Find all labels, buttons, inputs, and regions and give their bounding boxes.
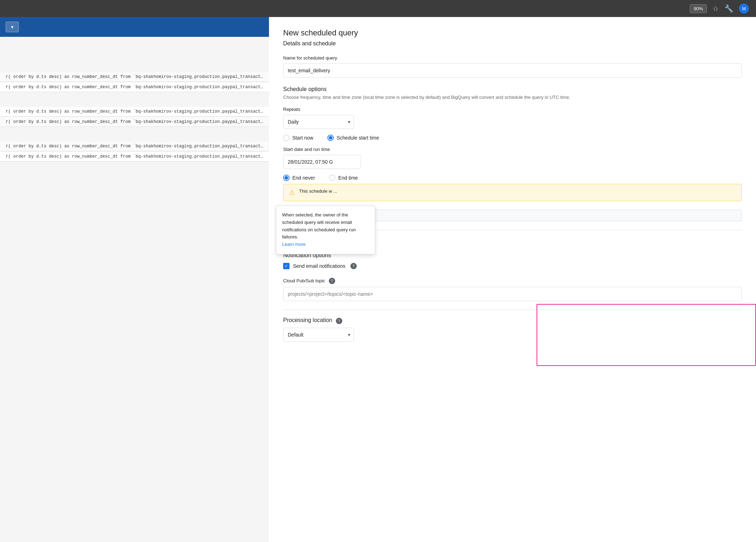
name-section: Name for scheduled query: [283, 55, 742, 78]
pubsub-label: Cloud Pub/Sub topic: [283, 278, 325, 283]
radio-schedule-start[interactable]: Schedule start time: [327, 135, 379, 141]
help-icon-pubsub[interactable]: ?: [329, 278, 335, 284]
radio-start-now-label: Start now: [292, 135, 313, 141]
start-date-input[interactable]: [283, 155, 361, 169]
radio-end-never[interactable]: End never: [283, 175, 315, 181]
processing-location-title: Processing location: [283, 317, 332, 323]
tooltip-text: When selected, the owner of the schedule…: [282, 212, 356, 239]
repeats-label: Repeats: [283, 107, 742, 112]
processing-location-select[interactable]: Default US EU us-central1 us-east1: [283, 328, 354, 342]
notification-section: Notification options ✓ Send email notifi…: [283, 252, 742, 269]
bookmark-icon[interactable]: ☆: [712, 4, 719, 13]
start-time-radio-group: Start now Schedule start time: [283, 135, 742, 141]
code-line: r( order by d.ts desc) as row_number_des…: [0, 107, 269, 117]
section-details-title: Details and schedule: [283, 40, 742, 47]
help-icon-processing[interactable]: ?: [336, 318, 342, 324]
browser-bar: 90% ☆ 🔧 M: [0, 0, 756, 17]
send-email-item: ✓ Send email notifications ?: [283, 263, 742, 269]
panel-title: New scheduled query: [283, 28, 742, 38]
radio-end-time-label: End time: [338, 175, 358, 181]
name-input[interactable]: [283, 63, 742, 78]
send-email-label: Send email notifications: [293, 263, 345, 269]
radio-start-now[interactable]: Start now: [283, 135, 313, 141]
tooltip-popup: When selected, the owner of the schedule…: [276, 205, 375, 254]
code-line: r( order by d.ts desc) as row_number_des…: [0, 83, 269, 92]
schedule-options-section: Schedule options Choose frequency, time …: [283, 86, 742, 221]
name-label: Name for scheduled query: [283, 55, 742, 61]
checkmark-icon: ✓: [285, 264, 288, 269]
radio-schedule-label: Schedule start time: [337, 135, 379, 141]
chevron-down-icon: ▾: [11, 24, 13, 30]
left-top-bar: ▾: [0, 17, 269, 37]
learn-more-link[interactable]: Learn more: [282, 242, 305, 247]
main-layout: ▾ r( order by d.ts desc) as row_number_d…: [0, 17, 756, 542]
radio-end-time-circle: [329, 175, 336, 181]
pubsub-section: Cloud Pub/Sub topic ?: [283, 278, 742, 301]
radio-start-now-circle: [283, 135, 290, 141]
repeats-select-wrapper: Daily Weekly Monthly Custom ▾: [283, 115, 354, 129]
right-panel: New scheduled query Details and schedule…: [269, 17, 756, 542]
schedule-options-title: Schedule options: [283, 86, 742, 92]
warning-box: ⚠ This schedule w ...: [283, 184, 742, 201]
code-area: r( order by d.ts desc) as row_number_des…: [0, 37, 269, 542]
divider-2: [283, 310, 742, 310]
schedule-options-desc: Choose frequency, time and time zone (lo…: [283, 94, 742, 101]
processing-location-section: Processing location ? Default US EU us-c…: [283, 317, 742, 342]
zoom-badge[interactable]: 90%: [690, 4, 707, 13]
code-line: r( order by d.ts desc) as row_number_des…: [0, 72, 269, 82]
end-row: End never End time: [283, 175, 742, 181]
code-line: r( order by d.ts desc) as row_number_des…: [0, 142, 269, 151]
radio-end-time[interactable]: End time: [329, 175, 358, 181]
start-date-label: Start date and run time: [283, 147, 742, 152]
radio-end-never-label: End never: [292, 175, 315, 181]
radio-end-never-circle: [283, 175, 290, 181]
wrench-icon[interactable]: 🔧: [724, 4, 733, 13]
send-email-checkbox[interactable]: ✓: [283, 263, 290, 269]
left-panel: ▾ r( order by d.ts desc) as row_number_d…: [0, 17, 269, 542]
details-section: Details and schedule: [283, 40, 742, 47]
code-line: r( order by d.ts desc) as row_number_des…: [0, 117, 269, 127]
avatar[interactable]: M: [739, 4, 749, 13]
processing-location-wrapper: Default US EU us-central1 us-east1 ▾: [283, 328, 354, 342]
dropdown-button[interactable]: ▾: [6, 22, 19, 32]
code-line: r( order by d.ts desc) as row_number_des…: [0, 152, 269, 162]
warning-text: This schedule w ...: [299, 188, 736, 194]
pubsub-input[interactable]: [283, 287, 742, 301]
radio-schedule-circle: [327, 135, 334, 141]
warning-icon: ⚠: [289, 189, 295, 197]
help-icon-email[interactable]: ?: [350, 263, 357, 269]
repeats-select[interactable]: Daily Weekly Monthly Custom: [283, 115, 354, 129]
